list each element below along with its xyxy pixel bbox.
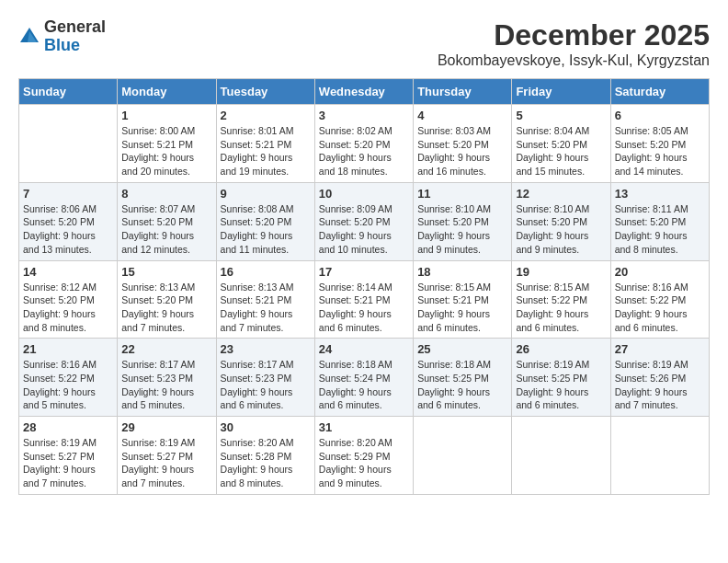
day-info: Sunrise: 8:00 AM Sunset: 5:21 PM Dayligh… (121, 124, 211, 178)
calendar-cell: 25Sunrise: 8:18 AM Sunset: 5:25 PM Dayli… (414, 339, 512, 417)
logo-text: General Blue (44, 18, 106, 55)
day-info: Sunrise: 8:20 AM Sunset: 5:29 PM Dayligh… (319, 436, 409, 490)
calendar-cell: 3Sunrise: 8:02 AM Sunset: 5:20 PM Daylig… (314, 105, 413, 183)
day-number: 8 (121, 187, 211, 201)
day-number: 13 (615, 187, 705, 201)
day-info: Sunrise: 8:17 AM Sunset: 5:23 PM Dayligh… (121, 358, 211, 412)
day-info: Sunrise: 8:01 AM Sunset: 5:21 PM Dayligh… (221, 124, 311, 178)
day-number: 20 (615, 265, 705, 279)
day-number: 17 (319, 265, 409, 279)
day-number: 5 (516, 109, 606, 122)
day-header-wednesday: Wednesday (314, 79, 413, 105)
day-info: Sunrise: 8:16 AM Sunset: 5:22 PM Dayligh… (23, 358, 113, 412)
calendar-cell: 22Sunrise: 8:17 AM Sunset: 5:23 PM Dayli… (118, 339, 216, 417)
day-info: Sunrise: 8:13 AM Sunset: 5:21 PM Dayligh… (221, 281, 311, 335)
calendar-header-row: SundayMondayTuesdayWednesdayThursdayFrid… (19, 79, 710, 105)
day-number: 27 (615, 342, 705, 356)
calendar-cell: 12Sunrise: 8:10 AM Sunset: 5:20 PM Dayli… (512, 182, 610, 260)
day-number: 22 (121, 342, 211, 356)
calendar-week-row: 7Sunrise: 8:06 AM Sunset: 5:20 PM Daylig… (19, 182, 710, 260)
calendar-cell: 18Sunrise: 8:15 AM Sunset: 5:21 PM Dayli… (414, 260, 512, 339)
page-header: General Blue December 2025 Bokombayevsko… (18, 18, 710, 69)
calendar-cell: 7Sunrise: 8:06 AM Sunset: 5:20 PM Daylig… (19, 182, 118, 260)
location-title: Bokombayevskoye, Issyk-Kul, Kyrgyzstan (438, 52, 710, 69)
calendar-cell: 9Sunrise: 8:08 AM Sunset: 5:20 PM Daylig… (216, 182, 314, 260)
day-number: 9 (221, 187, 311, 201)
calendar-cell: 26Sunrise: 8:19 AM Sunset: 5:25 PM Dayli… (512, 339, 610, 417)
day-number: 23 (221, 342, 311, 356)
calendar-cell: 29Sunrise: 8:19 AM Sunset: 5:27 PM Dayli… (118, 417, 216, 495)
calendar-cell: 23Sunrise: 8:17 AM Sunset: 5:23 PM Dayli… (216, 339, 314, 417)
day-number: 18 (417, 265, 507, 279)
calendar-cell: 14Sunrise: 8:12 AM Sunset: 5:20 PM Dayli… (19, 260, 118, 339)
day-info: Sunrise: 8:04 AM Sunset: 5:20 PM Dayligh… (516, 124, 606, 178)
day-number: 12 (516, 187, 606, 201)
calendar-cell: 13Sunrise: 8:11 AM Sunset: 5:20 PM Dayli… (610, 182, 709, 260)
calendar-table: SundayMondayTuesdayWednesdayThursdayFrid… (18, 78, 710, 495)
day-info: Sunrise: 8:05 AM Sunset: 5:20 PM Dayligh… (615, 124, 705, 178)
day-number: 14 (23, 265, 113, 279)
logo-icon (18, 26, 40, 48)
day-number: 28 (23, 420, 113, 434)
logo: General Blue (18, 18, 106, 55)
day-header-thursday: Thursday (414, 79, 512, 105)
day-number: 21 (23, 342, 113, 356)
calendar-week-row: 14Sunrise: 8:12 AM Sunset: 5:20 PM Dayli… (19, 260, 710, 339)
calendar-cell (19, 105, 118, 183)
day-info: Sunrise: 8:18 AM Sunset: 5:24 PM Dayligh… (319, 358, 409, 412)
day-info: Sunrise: 8:08 AM Sunset: 5:20 PM Dayligh… (221, 202, 311, 257)
calendar-cell: 6Sunrise: 8:05 AM Sunset: 5:20 PM Daylig… (610, 105, 709, 183)
calendar-cell: 24Sunrise: 8:18 AM Sunset: 5:24 PM Dayli… (314, 339, 413, 417)
day-info: Sunrise: 8:15 AM Sunset: 5:22 PM Dayligh… (516, 281, 606, 335)
month-title: December 2025 (438, 18, 710, 52)
calendar-cell (414, 417, 512, 495)
day-info: Sunrise: 8:19 AM Sunset: 5:25 PM Dayligh… (516, 358, 606, 412)
calendar-week-row: 1Sunrise: 8:00 AM Sunset: 5:21 PM Daylig… (19, 105, 710, 183)
day-info: Sunrise: 8:16 AM Sunset: 5:22 PM Dayligh… (615, 281, 705, 335)
day-number: 25 (417, 342, 507, 356)
day-number: 16 (221, 265, 311, 279)
day-number: 3 (319, 109, 409, 122)
calendar-cell: 11Sunrise: 8:10 AM Sunset: 5:20 PM Dayli… (414, 182, 512, 260)
calendar-cell: 10Sunrise: 8:09 AM Sunset: 5:20 PM Dayli… (314, 182, 413, 260)
day-info: Sunrise: 8:15 AM Sunset: 5:21 PM Dayligh… (417, 281, 507, 335)
day-info: Sunrise: 8:18 AM Sunset: 5:25 PM Dayligh… (417, 358, 507, 412)
calendar-cell (610, 417, 709, 495)
calendar-cell: 17Sunrise: 8:14 AM Sunset: 5:21 PM Dayli… (314, 260, 413, 339)
calendar-cell: 30Sunrise: 8:20 AM Sunset: 5:28 PM Dayli… (216, 417, 314, 495)
day-header-monday: Monday (118, 79, 216, 105)
day-number: 30 (221, 420, 311, 434)
title-block: December 2025 Bokombayevskoye, Issyk-Kul… (438, 18, 710, 69)
day-info: Sunrise: 8:07 AM Sunset: 5:20 PM Dayligh… (121, 202, 211, 257)
calendar-week-row: 28Sunrise: 8:19 AM Sunset: 5:27 PM Dayli… (19, 417, 710, 495)
day-info: Sunrise: 8:19 AM Sunset: 5:27 PM Dayligh… (121, 436, 211, 490)
calendar-cell: 2Sunrise: 8:01 AM Sunset: 5:21 PM Daylig… (216, 105, 314, 183)
calendar-cell: 8Sunrise: 8:07 AM Sunset: 5:20 PM Daylig… (118, 182, 216, 260)
day-info: Sunrise: 8:13 AM Sunset: 5:20 PM Dayligh… (121, 281, 211, 335)
day-number: 19 (516, 265, 606, 279)
day-info: Sunrise: 8:19 AM Sunset: 5:26 PM Dayligh… (615, 358, 705, 412)
day-info: Sunrise: 8:10 AM Sunset: 5:20 PM Dayligh… (516, 202, 606, 257)
calendar-cell: 5Sunrise: 8:04 AM Sunset: 5:20 PM Daylig… (512, 105, 610, 183)
day-info: Sunrise: 8:02 AM Sunset: 5:20 PM Dayligh… (319, 124, 409, 178)
day-info: Sunrise: 8:17 AM Sunset: 5:23 PM Dayligh… (221, 358, 311, 412)
day-number: 29 (121, 420, 211, 434)
calendar-cell: 15Sunrise: 8:13 AM Sunset: 5:20 PM Dayli… (118, 260, 216, 339)
day-info: Sunrise: 8:12 AM Sunset: 5:20 PM Dayligh… (23, 281, 113, 335)
day-info: Sunrise: 8:06 AM Sunset: 5:20 PM Dayligh… (23, 202, 113, 257)
day-number: 26 (516, 342, 606, 356)
day-number: 10 (319, 187, 409, 201)
day-number: 2 (221, 109, 311, 122)
day-info: Sunrise: 8:19 AM Sunset: 5:27 PM Dayligh… (23, 436, 113, 490)
day-number: 4 (417, 109, 507, 122)
day-number: 11 (417, 187, 507, 201)
calendar-cell: 31Sunrise: 8:20 AM Sunset: 5:29 PM Dayli… (314, 417, 413, 495)
day-info: Sunrise: 8:03 AM Sunset: 5:20 PM Dayligh… (417, 124, 507, 178)
day-number: 7 (23, 187, 113, 201)
day-info: Sunrise: 8:09 AM Sunset: 5:20 PM Dayligh… (319, 202, 409, 257)
day-number: 6 (615, 109, 705, 122)
day-info: Sunrise: 8:10 AM Sunset: 5:20 PM Dayligh… (417, 202, 507, 257)
calendar-cell (512, 417, 610, 495)
calendar-cell: 21Sunrise: 8:16 AM Sunset: 5:22 PM Dayli… (19, 339, 118, 417)
day-header-sunday: Sunday (19, 79, 118, 105)
